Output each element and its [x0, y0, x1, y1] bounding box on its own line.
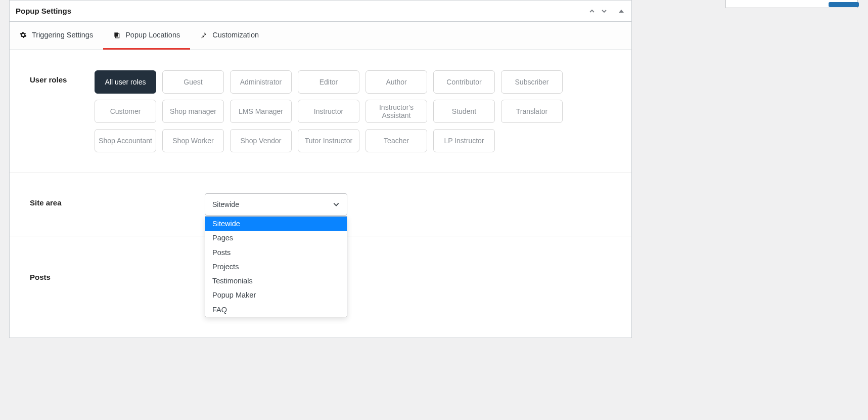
panel-header[interactable]: Popup Settings	[10, 1, 631, 22]
role-grid: All user rolesGuestAdministratorEditorAu…	[95, 70, 580, 152]
user-roles-section: User roles All user rolesGuestAdministra…	[10, 50, 631, 173]
role-chip[interactable]: Administrator	[230, 70, 292, 94]
select-value: Sitewide	[212, 200, 239, 208]
dropdown-item[interactable]: FAQ	[205, 303, 347, 317]
tab-customization[interactable]: Customization	[190, 22, 269, 50]
role-chip[interactable]: Author	[366, 70, 427, 94]
site-area-dropdown: SitewidePagesPostsProjectsTestimonialsPo…	[205, 216, 347, 317]
right-sidebar	[716, 0, 868, 11]
role-chip[interactable]: Instructor	[298, 100, 359, 123]
sidebar-primary-button[interactable]	[829, 2, 859, 7]
user-roles-label: User roles	[30, 70, 95, 152]
role-chip[interactable]: Shop Worker	[162, 129, 224, 152]
chevron-down-icon[interactable]	[600, 7, 608, 15]
dropdown-item[interactable]: Sitewide	[205, 217, 347, 231]
tab-triggering-settings[interactable]: Triggering Settings	[10, 22, 103, 50]
copy-icon	[113, 31, 120, 38]
role-chip[interactable]: LP Instructor	[433, 129, 495, 152]
role-chip[interactable]: Teacher	[366, 129, 427, 152]
tab-popup-locations[interactable]: Popup Locations	[103, 22, 190, 50]
role-chip[interactable]: Translator	[501, 100, 563, 123]
role-chip[interactable]: Tutor Instructor	[298, 129, 359, 152]
tab-label: Triggering Settings	[32, 31, 93, 39]
popup-settings-panel: Popup Settings Triggering Settings	[9, 0, 632, 338]
site-area-section: Site area Sitewide SitewidePagesPostsPro…	[10, 173, 631, 236]
role-chip[interactable]: Contributor	[433, 70, 495, 94]
tabs: Triggering Settings Popup Locations Cust…	[10, 22, 631, 50]
role-chip[interactable]: Student	[433, 100, 495, 123]
dropdown-item[interactable]: Popup Maker	[205, 288, 347, 302]
role-chip[interactable]: Shop Accountant	[95, 129, 156, 152]
role-chip[interactable]: Shop manager	[162, 100, 224, 123]
role-chip[interactable]: Editor	[298, 70, 359, 94]
panel-header-controls	[588, 7, 625, 15]
role-chip[interactable]: Guest	[162, 70, 224, 94]
dropdown-item[interactable]: Projects	[205, 260, 347, 274]
dropdown-item[interactable]: Posts	[205, 245, 347, 260]
tab-label: Popup Locations	[125, 31, 180, 39]
chevron-up-icon[interactable]	[588, 7, 596, 15]
dropdown-item[interactable]: Testimonials	[205, 274, 347, 288]
svg-rect-0	[115, 32, 118, 36]
role-chip[interactable]: Subscriber	[501, 70, 563, 94]
pin-icon	[200, 31, 207, 38]
role-chip[interactable]: All user roles	[95, 70, 156, 94]
role-chip[interactable]: Customer	[95, 100, 156, 123]
chevron-down-icon	[333, 201, 340, 208]
panel-body: User roles All user rolesGuestAdministra…	[10, 50, 631, 338]
site-area-label: Site area	[30, 193, 95, 216]
gear-icon	[20, 31, 27, 38]
site-area-select[interactable]: Sitewide SitewidePagesPostsProjectsTesti…	[205, 193, 347, 216]
main-area: Popup Settings Triggering Settings	[0, 0, 868, 347]
role-chip[interactable]: Shop Vendor	[230, 129, 292, 152]
tab-label: Customization	[212, 31, 259, 39]
select-box[interactable]: Sitewide	[205, 193, 347, 216]
posts-label: Posts	[30, 268, 95, 305]
toggle-panel-icon[interactable]	[617, 7, 625, 15]
role-chip[interactable]: LMS Manager	[230, 100, 292, 123]
dropdown-item[interactable]: Pages	[205, 231, 347, 245]
role-chip[interactable]: Instructor's Assistant	[366, 100, 427, 123]
panel-title: Popup Settings	[16, 7, 71, 15]
